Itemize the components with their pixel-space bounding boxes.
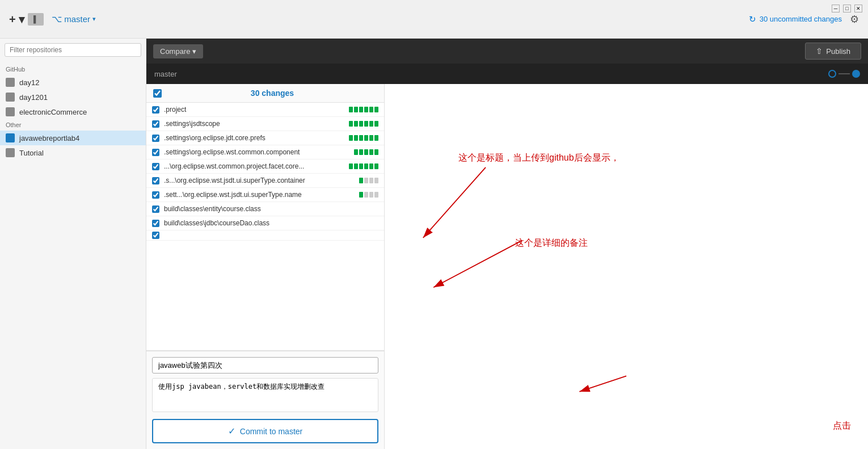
close-button[interactable]: ✕ (854, 5, 862, 12)
sidebar-item-electroniccommerce[interactable]: electronicCommerce (0, 104, 146, 119)
file-changes (359, 178, 378, 183)
dot-line (838, 73, 850, 74)
secondary-toolbar: Compare ▾ ⇧ Publish (146, 39, 868, 64)
change-block (364, 135, 368, 141)
file-changes (349, 163, 378, 169)
change-block (359, 135, 363, 141)
changes-header: 30 changes (146, 84, 384, 103)
desc-annotation-text: 这个是详细的备注 (515, 237, 588, 249)
other-section-label: Other (0, 119, 146, 131)
file-checkbox[interactable] (152, 106, 159, 114)
commit-title-input[interactable] (152, 357, 378, 374)
click-annotation-text: 点击 (833, 420, 851, 432)
branch-name-label: master (64, 14, 90, 24)
change-block (354, 121, 358, 127)
file-changes (354, 149, 378, 155)
change-block (354, 149, 358, 155)
add-button[interactable]: + ▾ (9, 12, 24, 26)
change-block (369, 149, 373, 155)
publish-button[interactable]: ⇧ Publish (805, 43, 861, 60)
file-checkbox[interactable] (152, 163, 159, 170)
list-item[interactable]: .project (146, 103, 384, 117)
file-checkbox[interactable] (152, 232, 159, 239)
sidebar: GitHub day12 day1201 electronicCommerce … (0, 39, 146, 449)
repo-name-electroniccommerce: electronicCommerce (19, 108, 87, 116)
file-name: .s...\org.eclipse.wst.jsdt.ui.superType.… (164, 177, 355, 184)
file-checkbox[interactable] (152, 191, 159, 199)
branch-icon: ⌥ (52, 14, 62, 24)
svg-line-1 (423, 167, 486, 238)
list-item[interactable]: .settings\org.eclipse.wst.common.compone… (146, 145, 384, 160)
annotation-area: 这个是标题，当上传到github后会显示， 这个是详细的备注 点击 (385, 84, 868, 449)
file-checkbox[interactable] (152, 205, 159, 213)
change-block (354, 135, 358, 141)
list-item[interactable]: build\classes\entity\course.class (146, 202, 384, 216)
minimize-button[interactable]: ─ (832, 5, 840, 12)
sidebar-item-javawebreportlab4[interactable]: javawebreportlab4 (0, 131, 146, 145)
change-block (349, 121, 353, 127)
change-block (349, 163, 353, 169)
repo-name-day1201: day1201 (19, 93, 48, 102)
change-block (374, 121, 378, 127)
change-block (349, 107, 353, 112)
maximize-button[interactable]: □ (843, 5, 851, 12)
file-checkbox[interactable] (152, 177, 159, 184)
list-item[interactable]: .settings\jsdtscope (146, 117, 384, 131)
sidebar-item-day12[interactable]: day12 (0, 75, 146, 90)
filter-repos-input[interactable] (5, 43, 141, 57)
change-block (359, 107, 363, 112)
sidebar-item-tutorial[interactable]: Tutorial (0, 145, 146, 160)
change-block (364, 149, 368, 155)
file-changes (349, 121, 378, 127)
file-checkbox[interactable] (152, 220, 159, 227)
dot-circle-right (852, 70, 860, 78)
list-item[interactable]: .s...\org.eclipse.wst.jsdt.ui.superType.… (146, 174, 384, 188)
change-block (364, 121, 368, 127)
file-checkbox[interactable] (152, 135, 159, 142)
list-item[interactable]: .settings\org.eclipse.jdt.core.prefs (146, 131, 384, 145)
file-name: .sett...\org.eclipse.wst.jsdt.ui.superTy… (164, 191, 355, 199)
changes-panel: 30 changes .project (146, 84, 868, 449)
branch-bar-name-label: master (154, 70, 177, 78)
repo-icon-electroniccommerce (6, 107, 15, 116)
change-block (359, 163, 363, 169)
title-annotation-text: 这个是标题，当上传到github后会显示， (458, 152, 620, 164)
list-item[interactable]: ...\org.eclipse.wst.common.project.facet… (146, 160, 384, 174)
list-item[interactable]: build\classes\jdbc\courseDao.class (146, 216, 384, 230)
select-all-checkbox[interactable] (153, 89, 162, 98)
repo-icon-day1201 (6, 93, 15, 102)
change-block (364, 163, 368, 169)
list-item[interactable]: .sett...\org.eclipse.wst.jsdt.ui.superTy… (146, 188, 384, 202)
svg-line-3 (579, 376, 626, 392)
change-block (364, 107, 368, 112)
branch-selector[interactable]: ⌥ master ▾ (52, 14, 96, 24)
change-block (369, 192, 373, 198)
window-chrome: ─ □ ✕ (826, 0, 868, 17)
commit-button[interactable]: ✓ Commit to master (152, 419, 378, 443)
file-checkbox[interactable] (152, 120, 159, 128)
top-toolbar: + ▾ ▌ ⌥ master ▾ ↻ 30 uncommitted change… (0, 0, 868, 39)
commit-description-input[interactable] (152, 378, 378, 412)
file-name: .settings\org.eclipse.wst.common.compone… (164, 148, 349, 156)
panel-toggle-button[interactable]: ▌ (28, 13, 44, 26)
repo-icon-javawebreportlab4 (6, 133, 15, 142)
file-checkbox[interactable] (152, 149, 159, 156)
file-changes (349, 107, 378, 112)
changes-count-label: 30 changes (167, 89, 377, 98)
change-block (359, 121, 363, 127)
change-block (374, 192, 378, 198)
change-block (369, 121, 373, 127)
list-item[interactable] (146, 230, 384, 241)
repo-icon-day12 (6, 78, 15, 87)
file-name: build\classes\jdbc\courseDao.class (164, 219, 374, 227)
change-block (354, 163, 358, 169)
sidebar-item-day1201[interactable]: day1201 (0, 90, 146, 104)
main-content: Compare ▾ ⇧ Publish master 30 changes (146, 39, 868, 449)
sync-icon: ↻ (749, 14, 756, 24)
commit-button-label: Commit to master (240, 427, 302, 436)
branch-bar-dots (828, 70, 860, 78)
change-block (374, 149, 378, 155)
change-block (354, 107, 358, 112)
compare-button[interactable]: Compare ▾ (153, 44, 203, 58)
publish-icon: ⇧ (816, 47, 823, 56)
